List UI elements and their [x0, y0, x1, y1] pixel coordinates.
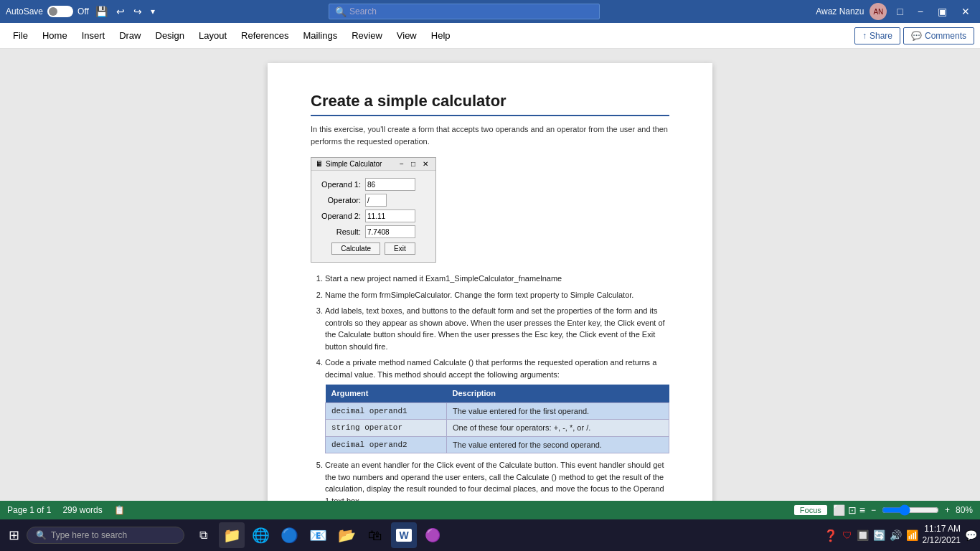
calc-result-input[interactable]: [365, 225, 415, 238]
menu-design[interactable]: Design: [149, 26, 192, 45]
zoom-slider[interactable]: [882, 504, 939, 516]
fullscreen-button[interactable]: □: [892, 6, 907, 17]
time-display[interactable]: 11:17 AM 2/12/2021: [923, 524, 961, 546]
search-box[interactable]: 🔍: [329, 4, 600, 19]
calc-operand2-input[interactable]: [365, 209, 415, 222]
share-icon: ↑: [862, 31, 867, 41]
menu-draw[interactable]: Draw: [112, 26, 148, 45]
calc-operand1-row: Operand 1:: [319, 178, 428, 191]
zoom-percentage: 80%: [956, 505, 973, 515]
document-heading: Create a simple calculator: [311, 92, 669, 116]
taskbar-app-files[interactable]: 📂: [334, 522, 359, 548]
web-layout-icon[interactable]: ⊡: [848, 504, 857, 516]
menu-view[interactable]: View: [390, 26, 424, 45]
undo-icon[interactable]: ↩: [114, 6, 127, 17]
menu-help[interactable]: Help: [424, 26, 458, 45]
menu-mailings[interactable]: Mailings: [296, 26, 345, 45]
taskbar-app-edge[interactable]: 🌐: [248, 522, 273, 548]
focus-button[interactable]: Focus: [794, 505, 827, 515]
redo-icon[interactable]: ↪: [131, 6, 144, 17]
calc-close-button[interactable]: ✕: [420, 160, 431, 168]
document-area[interactable]: Create a simple calculator In this exerc…: [0, 49, 980, 501]
share-button[interactable]: ↑ Share: [854, 27, 900, 44]
table-cell-desc: One of these four operators: +, -, *, or…: [447, 420, 669, 437]
user-avatar: AN: [870, 3, 887, 20]
calc-body: Operand 1: Operator: Operand 2: Result:: [311, 171, 435, 262]
taskbar-app-file-explorer[interactable]: 📁: [219, 522, 245, 548]
table-row: string operator One of these four operat…: [326, 420, 669, 437]
start-button[interactable]: ⊞: [3, 524, 25, 546]
taskbar-app-chrome[interactable]: 🔵: [276, 522, 302, 548]
print-layout-icon[interactable]: ⬜: [833, 504, 845, 516]
search-icon: 🔍: [335, 6, 347, 17]
calc-buttons: Calculate Exit: [319, 242, 428, 255]
view-icons: ⬜ ⊡ ≡: [833, 504, 865, 516]
sync-icon[interactable]: 🔄: [873, 529, 885, 541]
autosave-toggle[interactable]: [47, 6, 73, 17]
status-bar: Page 1 of 1 299 words 📋 Focus ⬜ ⊡ ≡ − + …: [0, 501, 980, 519]
document-title-center: 🔍: [329, 4, 651, 19]
minimize-button[interactable]: −: [913, 6, 928, 17]
taskbar-app-store[interactable]: 🛍: [362, 522, 388, 548]
calc-operator-input[interactable]: [365, 194, 387, 207]
calc-minimize-button[interactable]: −: [397, 160, 407, 168]
menu-file[interactable]: File: [6, 26, 35, 45]
arguments-table: Argument Description decimal operand1 Th…: [325, 385, 669, 453]
save-icon[interactable]: 💾: [93, 6, 110, 17]
taskbar-app-visual-studio[interactable]: 🟣: [420, 522, 446, 548]
comments-button[interactable]: 💬 Comments: [903, 27, 974, 44]
calc-operand2-row: Operand 2:: [319, 209, 428, 222]
menu-layout[interactable]: Layout: [192, 26, 234, 45]
close-button[interactable]: ✕: [957, 6, 974, 17]
table-cell-arg: decimal operand1: [326, 402, 447, 420]
taskbar-app-word[interactable]: W: [391, 522, 417, 548]
user-name: Awaz Nanzu: [816, 6, 864, 17]
main-area: Create a simple calculator In this exerc…: [0, 49, 980, 501]
help-icon[interactable]: ❓: [824, 529, 838, 542]
taskbar-app-mail[interactable]: 📧: [305, 522, 331, 548]
calc-win-buttons: − □ ✕: [397, 160, 431, 168]
windows-security-icon[interactable]: 🔲: [857, 529, 869, 541]
search-input[interactable]: [349, 6, 593, 17]
calc-result-label: Result:: [319, 227, 365, 236]
more-commands-icon[interactable]: ▾: [149, 6, 157, 17]
menu-references[interactable]: References: [234, 26, 296, 45]
page-info: Page 1 of 1: [7, 505, 51, 515]
notification-icon[interactable]: 💬: [965, 529, 977, 541]
taskbar-app-task-view[interactable]: ⧉: [190, 522, 216, 548]
antivirus-icon[interactable]: 🛡: [842, 529, 852, 541]
restore-button[interactable]: ▣: [933, 6, 951, 17]
zoom-out-icon[interactable]: −: [871, 505, 876, 515]
status-left: Page 1 of 1 299 words 📋: [7, 505, 125, 515]
volume-icon[interactable]: 🔊: [890, 529, 902, 541]
zoom-in-icon[interactable]: +: [945, 505, 950, 515]
status-right: Focus ⬜ ⊡ ≡ − + 80%: [794, 504, 973, 516]
menu-home[interactable]: Home: [35, 26, 75, 45]
current-date: 2/12/2021: [923, 535, 961, 547]
calc-title-bar: 🖩 Simple Calculator − □ ✕: [311, 158, 435, 171]
read-mode-icon[interactable]: ≡: [859, 504, 865, 516]
list-item: Code a private method named Calculate ()…: [325, 357, 669, 453]
accessibility-icon[interactable]: 📋: [114, 505, 125, 515]
calc-restore-button[interactable]: □: [408, 160, 418, 168]
table-header-argument: Argument: [326, 385, 447, 402]
menu-insert[interactable]: Insert: [75, 26, 113, 45]
document-page: Create a simple calculator In this exerc…: [268, 63, 712, 501]
table-cell-desc: The value entered for the second operand…: [447, 436, 669, 453]
autosave-state: Off: [77, 6, 89, 17]
calc-title-left: 🖩 Simple Calculator: [316, 160, 382, 168]
list-item: Start a new project named it Exam1_Simpl…: [325, 273, 669, 285]
network-icon[interactable]: 📶: [906, 529, 918, 541]
calc-calculate-button[interactable]: Calculate: [331, 242, 380, 255]
table-row: decimal operand2 The value entered for t…: [326, 436, 669, 453]
autosave-label: AutoSave: [6, 6, 43, 17]
menu-review[interactable]: Review: [344, 26, 390, 45]
calc-result-row: Result:: [319, 225, 428, 238]
calc-window-title: Simple Calculator: [326, 160, 382, 168]
calc-operand1-input[interactable]: [365, 178, 415, 191]
calc-operator-label: Operator:: [319, 196, 365, 204]
taskbar-search[interactable]: 🔍 Type here to search: [27, 527, 184, 544]
calc-operand2-label: Operand 2:: [319, 212, 365, 220]
calc-exit-button[interactable]: Exit: [385, 242, 415, 255]
toggle-knob: [49, 7, 57, 16]
